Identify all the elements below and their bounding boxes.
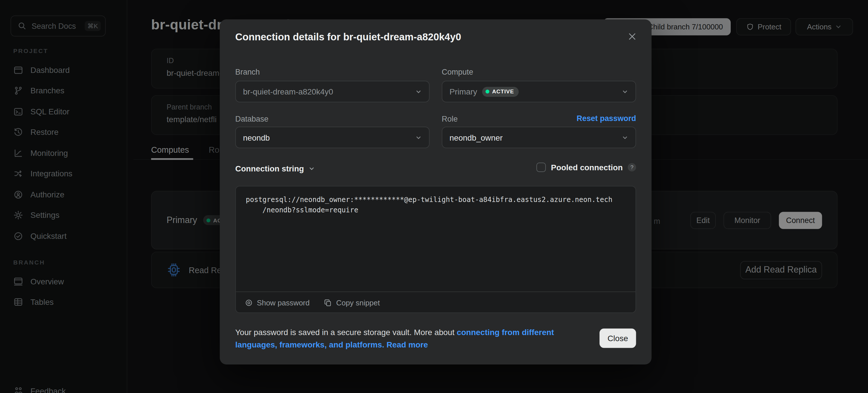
pooled-connection-checkbox[interactable] — [537, 163, 546, 172]
code-toolbar: Show password Copy snippet — [236, 292, 636, 313]
password-vault-note: Your password is saved in a secure stora… — [235, 327, 601, 351]
copy-icon — [324, 298, 333, 307]
chevron-down-icon — [415, 134, 422, 141]
branch-select[interactable]: br-quiet-dream-a820k4y0 — [235, 81, 430, 102]
active-dot-icon — [485, 90, 489, 93]
pooled-connection-label: Pooled connection — [551, 163, 623, 172]
connection-details-modal: Connection details for br-quiet-dream-a8… — [220, 19, 651, 364]
code-line-1: postgresql://neondb_owner:************@e… — [246, 195, 612, 204]
show-password-button[interactable]: Show password — [245, 298, 309, 307]
close-icon[interactable] — [627, 31, 638, 42]
connection-string-block: postgresql://neondb_owner:************@e… — [235, 186, 636, 313]
database-select[interactable]: neondb — [235, 127, 430, 149]
app-window: Search Docs ⌘K PROJECT Dashboard Branche… — [0, 0, 868, 393]
eye-icon — [245, 298, 253, 307]
pooled-connection-row: Pooled connection ? — [537, 163, 636, 172]
branch-field-label: Branch — [235, 67, 260, 76]
chevron-down-icon — [622, 88, 628, 95]
code-line-2: /neondb?sslmode=require — [246, 206, 358, 214]
database-field-label: Database — [235, 114, 269, 123]
connecting-docs-link[interactable]: connecting from different — [457, 328, 554, 337]
compute-select-value: Primary — [450, 87, 477, 96]
compute-active-badge: ACTIVE — [482, 87, 519, 97]
connection-string-dropdown[interactable]: Connection string — [235, 164, 315, 173]
chevron-down-icon — [622, 134, 628, 141]
reset-password-link[interactable]: Reset password — [442, 114, 636, 123]
role-select-value: neondb_owner — [450, 133, 503, 142]
read-more-link[interactable]: Read more — [386, 340, 428, 349]
compute-field-label: Compute — [442, 67, 473, 76]
close-button[interactable]: Close — [599, 328, 636, 348]
role-select[interactable]: neondb_owner — [442, 127, 636, 149]
branch-select-value: br-quiet-dream-a820k4y0 — [243, 87, 333, 96]
copy-snippet-button[interactable]: Copy snippet — [324, 298, 380, 307]
modal-title: Connection details for br-quiet-dream-a8… — [235, 31, 461, 43]
connecting-docs-link-2[interactable]: languages, frameworks, and platforms. — [235, 340, 384, 349]
compute-active-text: ACTIVE — [492, 89, 514, 95]
show-password-label: Show password — [257, 298, 310, 307]
help-icon[interactable]: ? — [628, 163, 636, 171]
compute-select[interactable]: Primary ACTIVE — [442, 81, 636, 102]
connection-string-code: postgresql://neondb_owner:************@e… — [236, 187, 636, 292]
database-select-value: neondb — [243, 133, 270, 142]
note-text: Your password is saved in a secure stora… — [235, 328, 457, 337]
chevron-down-icon — [308, 165, 315, 172]
connection-string-label: Connection string — [235, 164, 304, 173]
copy-snippet-label: Copy snippet — [336, 298, 380, 307]
chevron-down-icon — [415, 88, 422, 95]
